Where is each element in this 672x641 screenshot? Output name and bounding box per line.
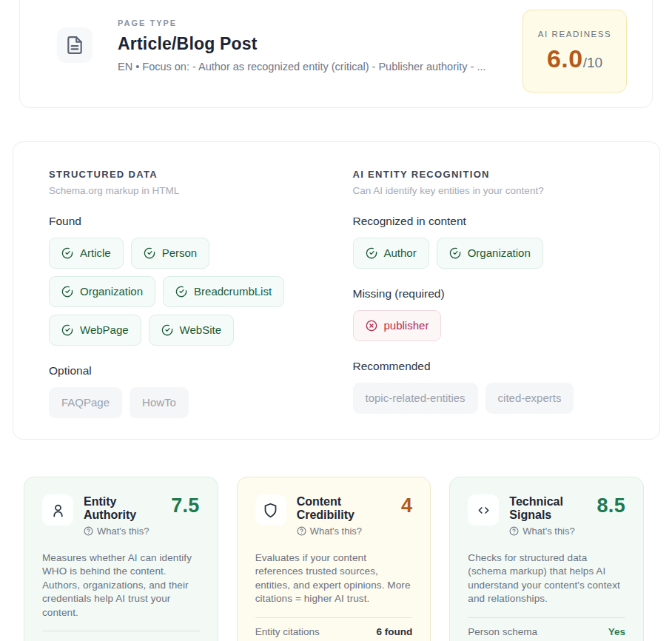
chip-label: Author — [384, 246, 417, 261]
missing-label: Missing (required) — [353, 287, 625, 301]
page-type-card: PAGE TYPE Article/Blog Post EN • Focus o… — [19, 0, 653, 108]
chip-label: Organization — [468, 246, 531, 261]
card-title-block: Content Credibility What's this? — [297, 494, 391, 539]
schema-optional-chip: FAQPage — [49, 387, 122, 418]
card-title: Entity Authority — [84, 495, 161, 522]
whats-this-link[interactable]: What's this? — [297, 526, 362, 537]
metric-value: 6 found — [377, 626, 413, 637]
content-credibility-card: Content Credibility What's this? 4 Evalu… — [237, 477, 431, 641]
card-header: Entity Authority What's this? 7.5 — [42, 494, 200, 539]
page-type-text: PAGE TYPE Article/Blog Post EN • Focus o… — [118, 19, 485, 107]
metric-row: Author recognized Yes — [42, 636, 200, 641]
whats-this-label: What's this? — [523, 526, 574, 537]
metric-row: Person schema Yes — [468, 622, 625, 641]
whats-this-link[interactable]: What's this? — [84, 526, 149, 537]
divider — [255, 617, 413, 618]
check-circle-icon — [61, 324, 73, 336]
divider — [468, 617, 625, 618]
entity-recognition-title: AI ENTITY RECOGNITION — [353, 169, 625, 180]
structured-data-title: STRUCTURED DATA — [49, 169, 320, 180]
entity-recognized-chip: Author — [353, 238, 429, 269]
metric-list: Author recognized Yes Entity markup Yes — [42, 636, 200, 641]
chip-label: HowTo — [142, 395, 176, 410]
code-icon — [468, 494, 499, 526]
found-chip-list: Article Person Organization — [49, 238, 320, 346]
card-header: Technical Signals What's this? 8.5 — [468, 494, 625, 539]
entity-missing-chip: publisher — [353, 310, 442, 341]
check-circle-icon — [449, 247, 461, 259]
ai-readiness-badge: AI READINESS 6.0 /10 — [523, 10, 627, 93]
entity-authority-card: Entity Authority What's this? 7.5 Measur… — [24, 477, 218, 641]
entity-recognition-subtitle: Can AI identify key entities in your con… — [353, 185, 625, 196]
technical-signals-card: Technical Signals What's this? 8.5 Check… — [449, 477, 644, 641]
check-circle-icon — [161, 324, 173, 336]
card-title-block: Entity Authority What's this? — [84, 494, 161, 539]
help-circle-icon — [297, 526, 306, 536]
check-circle-icon — [61, 286, 73, 298]
page: PAGE TYPE Article/Blog Post EN • Focus o… — [0, 0, 672, 641]
file-text-icon — [57, 27, 93, 63]
entity-recognized-chip: Organization — [437, 238, 543, 269]
page-type-subtitle: EN • Focus on: - Author as recognized en… — [118, 61, 485, 73]
schema-found-chip: BreadcrumbList — [163, 276, 284, 307]
chip-label: Person — [162, 246, 198, 261]
card-title: Content Credibility — [297, 495, 391, 522]
card-score: 8.5 — [597, 494, 625, 517]
whats-this-label: What's this? — [97, 526, 149, 537]
ai-readiness-denominator: /10 — [583, 55, 602, 71]
recommended-chip-list: topic-related-entities cited-experts — [353, 383, 625, 414]
chip-label: topic-related-entities — [366, 391, 466, 406]
page-type-label: PAGE TYPE — [118, 19, 485, 27]
user-icon — [42, 494, 73, 526]
entity-recognition-section: AI ENTITY RECOGNITION Can AI identify ke… — [353, 169, 625, 418]
card-title: Technical Signals — [509, 495, 586, 522]
card-description: Measures whether AI can identify WHO is … — [42, 551, 200, 620]
entity-recommended-chip: cited-experts — [485, 383, 574, 414]
metric-value: Yes — [608, 626, 625, 637]
found-label: Found — [49, 215, 320, 228]
card-header: Content Credibility What's this? 4 — [255, 494, 413, 539]
chip-label: FAQPage — [61, 395, 110, 410]
recognized-label: Recognized in content — [353, 215, 625, 228]
chip-label: cited-experts — [498, 391, 562, 406]
recommended-label: Recommended — [353, 360, 625, 373]
metric-label: Person schema — [468, 626, 537, 637]
optional-chip-list: FAQPage HowTo — [49, 387, 320, 418]
entity-recommended-chip: topic-related-entities — [353, 383, 478, 414]
chip-label: Organization — [80, 284, 143, 299]
help-circle-icon — [84, 526, 93, 536]
check-circle-icon — [144, 247, 155, 259]
whats-this-link[interactable]: What's this? — [509, 526, 574, 537]
help-circle-icon — [509, 526, 519, 536]
schema-found-chip: Person — [131, 238, 210, 269]
chip-label: WebPage — [80, 323, 129, 338]
whats-this-label: What's this? — [310, 526, 362, 537]
score-cards: Entity Authority What's this? 7.5 Measur… — [24, 477, 644, 641]
card-description: Checks for structured data (schema marku… — [468, 551, 625, 606]
missing-chip-list: publisher — [353, 310, 625, 341]
chip-label: BreadcrumbList — [194, 284, 272, 299]
structured-data-subtitle: Schema.org markup in HTML — [49, 185, 320, 196]
metric-list: Person schema Yes Organization schema Ye… — [468, 622, 625, 641]
recognized-chip-list: Author Organization — [353, 238, 625, 269]
chip-label: publisher — [384, 318, 429, 333]
card-description: Evaluates if your content references tru… — [255, 551, 413, 606]
x-circle-icon — [366, 320, 377, 332]
schema-found-chip: WebSite — [149, 315, 234, 346]
metric-label: Entity citations — [255, 626, 320, 637]
ai-readiness-score: 6.0 — [547, 44, 583, 73]
card-title-block: Technical Signals What's this? — [509, 494, 586, 539]
metric-row: Entity citations 6 found — [255, 622, 413, 641]
analysis-panel: STRUCTURED DATA Schema.org markup in HTM… — [13, 141, 660, 440]
check-circle-icon — [366, 247, 377, 259]
schema-optional-chip: HowTo — [130, 387, 189, 418]
card-score: 4 — [401, 494, 412, 517]
shield-icon — [255, 494, 286, 526]
check-circle-icon — [175, 286, 187, 298]
check-circle-icon — [61, 247, 73, 259]
divider — [42, 631, 200, 631]
schema-found-chip: WebPage — [49, 315, 141, 346]
ai-readiness-label: AI READINESS — [538, 30, 612, 38]
optional-label: Optional — [49, 364, 320, 377]
page-type-title: Article/Blog Post — [118, 34, 485, 54]
